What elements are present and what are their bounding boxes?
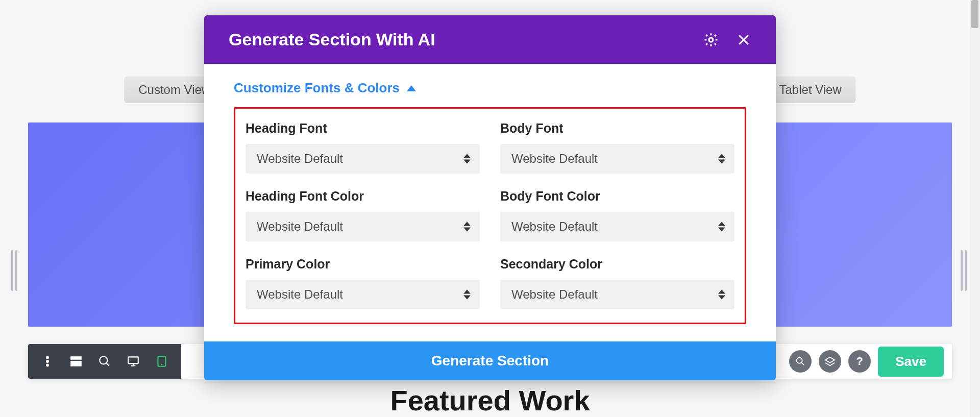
field-label: Body Font Color <box>500 189 734 204</box>
svg-line-7 <box>106 363 109 365</box>
svg-point-13 <box>797 358 802 363</box>
svg-rect-3 <box>71 357 81 359</box>
gear-icon <box>703 32 719 47</box>
toolbar-left-group <box>28 344 181 379</box>
settings-button[interactable] <box>703 32 719 47</box>
field-primary-color: Primary Color Website Default <box>246 257 480 309</box>
svg-point-1 <box>46 360 48 362</box>
wireframe-icon <box>69 355 83 368</box>
svg-rect-5 <box>77 361 81 366</box>
updown-icon <box>463 154 471 164</box>
customize-fonts-colors-toggle[interactable]: Customize Fonts & Colors <box>234 77 746 107</box>
svg-point-0 <box>46 356 48 358</box>
select-value: Website Default <box>257 219 343 234</box>
toolbar-right-group: ? Save <box>781 347 952 377</box>
wireframe-button[interactable] <box>62 344 90 379</box>
svg-point-6 <box>100 356 107 364</box>
dots-vertical-icon <box>41 355 54 368</box>
svg-marker-15 <box>825 357 835 363</box>
layers-icon <box>824 356 836 367</box>
resize-handle-left[interactable] <box>11 250 19 291</box>
select-value: Website Default <box>257 152 343 166</box>
close-icon <box>736 32 751 47</box>
question-icon: ? <box>856 355 863 368</box>
fonts-colors-panel: Heading Font Website Default Body Font W… <box>234 107 746 324</box>
generate-section-modal: Generate Section With AI Customize Fonts… <box>204 15 776 380</box>
modal-title: Generate Section With AI <box>229 30 435 50</box>
updown-icon <box>463 222 471 232</box>
scrollbar-thumb[interactable] <box>971 0 978 28</box>
caret-up-icon <box>407 85 416 91</box>
svg-rect-8 <box>128 357 138 363</box>
updown-icon <box>718 154 725 164</box>
background-heading: Featured Work <box>390 384 590 417</box>
field-label: Secondary Color <box>500 257 734 272</box>
select-value: Website Default <box>511 219 598 234</box>
svg-point-2 <box>46 364 48 366</box>
desktop-icon <box>127 355 140 368</box>
select-value: Website Default <box>257 287 343 302</box>
tablet-icon <box>155 355 168 368</box>
zoom-button[interactable] <box>90 344 119 379</box>
field-heading-font-color: Heading Font Color Website Default <box>246 189 480 241</box>
menu-dots-button[interactable] <box>33 344 62 379</box>
generate-section-button[interactable]: Generate Section <box>204 341 776 380</box>
svg-rect-4 <box>71 361 76 366</box>
select-value: Website Default <box>511 287 598 302</box>
secondary-color-select[interactable]: Website Default <box>500 280 734 309</box>
body-font-select[interactable]: Website Default <box>500 144 734 174</box>
body-font-color-select[interactable]: Website Default <box>500 212 734 241</box>
select-value: Website Default <box>511 152 598 166</box>
close-button[interactable] <box>736 32 751 47</box>
field-label: Primary Color <box>246 257 480 272</box>
field-label: Heading Font <box>246 121 480 136</box>
updown-icon <box>718 290 725 300</box>
desktop-view-button[interactable] <box>119 344 148 379</box>
heading-font-color-select[interactable]: Website Default <box>246 212 480 241</box>
tablet-view-button[interactable] <box>148 344 176 379</box>
page-scrollbar[interactable] <box>970 0 980 417</box>
field-secondary-color: Secondary Color Website Default <box>500 257 734 309</box>
help-button[interactable]: ? <box>848 350 871 373</box>
updown-icon <box>718 222 725 232</box>
search-icon <box>795 356 806 367</box>
primary-color-select[interactable]: Website Default <box>246 280 480 309</box>
heading-font-select[interactable]: Website Default <box>246 144 480 174</box>
svg-point-16 <box>709 38 713 42</box>
field-heading-font: Heading Font Website Default <box>246 121 480 174</box>
updown-icon <box>463 290 471 300</box>
field-label: Heading Font Color <box>246 189 480 204</box>
accordion-label: Customize Fonts & Colors <box>234 80 400 96</box>
search-icon <box>98 355 111 368</box>
search-circle-button[interactable] <box>789 350 812 373</box>
field-body-font-color: Body Font Color Website Default <box>500 189 734 241</box>
save-button[interactable]: Save <box>878 347 944 377</box>
svg-line-14 <box>802 362 804 365</box>
field-body-font: Body Font Website Default <box>500 121 734 174</box>
layers-button[interactable] <box>819 350 841 373</box>
modal-header: Generate Section With AI <box>204 15 776 64</box>
resize-handle-right[interactable] <box>961 250 969 291</box>
modal-body: Customize Fonts & Colors Heading Font We… <box>204 64 776 329</box>
field-label: Body Font <box>500 121 734 136</box>
